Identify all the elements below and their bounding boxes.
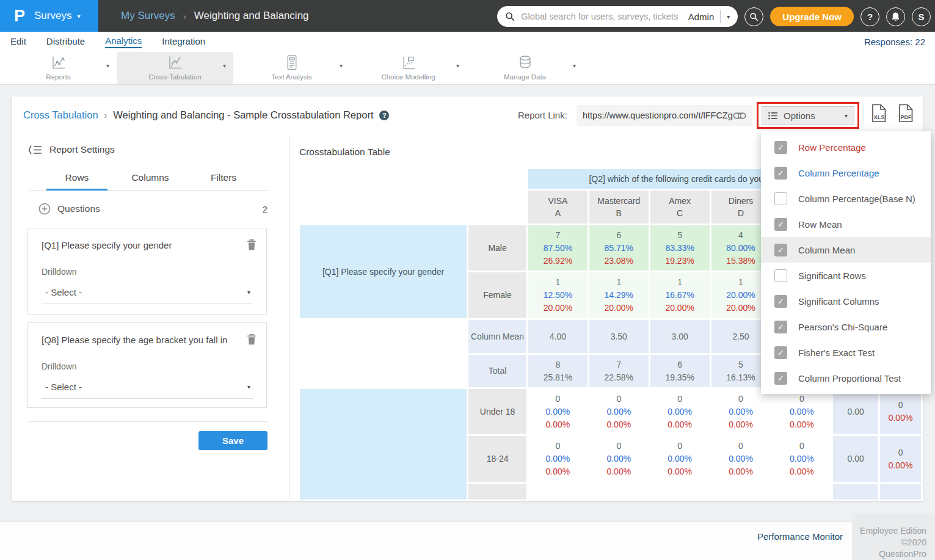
checked-checkbox-icon[interactable]: ✓ xyxy=(774,167,787,180)
question-card: [Q1] Please specify your genderDrilldown… xyxy=(27,228,267,315)
menu-item-row-mean[interactable]: ✓Row Mean xyxy=(761,211,931,237)
report-link-label: Report Link: xyxy=(518,110,567,120)
row-label-cell xyxy=(468,484,526,500)
breadcrumb-my-surveys[interactable]: My Surveys xyxy=(121,10,175,22)
menu-item-pearson-s-chi-square[interactable]: ✓Pearson's Chi-Square xyxy=(761,314,931,340)
value-cell: 685.71%23.08% xyxy=(589,225,649,271)
table-value: 19.35% xyxy=(650,371,710,384)
value-cell: 112.50%20.00% xyxy=(528,272,588,318)
table-value: 0 xyxy=(772,440,831,453)
report-settings-toggle[interactable]: Report Settings xyxy=(28,144,115,155)
toolbar-item-reports[interactable]: ▾Reports xyxy=(0,52,117,84)
menu-item-row-percentage[interactable]: ✓Row Percentage xyxy=(761,134,931,160)
table-value: 0.00% xyxy=(528,453,588,465)
menu-item-column-percentage-base-n[interactable]: Column Percentage(Base N) xyxy=(761,186,931,211)
value-cell: 00.00%0.00% xyxy=(711,436,771,482)
drilldown-select[interactable]: - Select -▾ xyxy=(42,287,253,304)
checked-checkbox-icon[interactable]: ✓ xyxy=(774,295,787,308)
toolbar-caret-icon[interactable]: ▾ xyxy=(573,62,576,69)
add-questions-button[interactable] xyxy=(38,203,51,215)
checked-checkbox-icon[interactable]: ✓ xyxy=(774,141,787,154)
value-cell: 00.00%0.00% xyxy=(772,436,831,482)
export-xls-button[interactable]: XLS xyxy=(871,104,887,125)
table-value: 7 xyxy=(528,229,588,242)
table-value: 0.00 xyxy=(833,453,878,465)
menu-item-column-proportional-test[interactable]: ✓Column Proportional Test xyxy=(761,365,931,391)
global-search-input[interactable]: Global search for users, surveys, ticket… xyxy=(497,6,738,27)
row-label-cell: Under 18 xyxy=(468,389,526,434)
report-link-input[interactable]: https://www.questionpro.com/t/lFFCZg xyxy=(577,105,752,126)
table-value: 19.23% xyxy=(650,255,710,267)
value-cell xyxy=(528,484,588,500)
cross-tabulation-link[interactable]: Cross Tabulation xyxy=(23,109,98,121)
user-avatar[interactable]: S xyxy=(912,7,931,26)
checked-checkbox-icon[interactable]: ✓ xyxy=(774,244,787,256)
table-value: 0.00% xyxy=(528,465,588,478)
question-card: [Q8] Please specify the age bracket you … xyxy=(27,322,267,408)
questions-label: Questions xyxy=(57,203,100,214)
menu-item-fisher-s-exact-test[interactable]: ✓Fisher's Exact Test xyxy=(761,340,931,365)
toolbar-caret-icon[interactable]: ▾ xyxy=(456,62,459,69)
tab-filters[interactable]: Filters xyxy=(187,172,260,183)
menu-item-significant-columns[interactable]: ✓Significant Columns xyxy=(761,288,931,314)
trash-icon[interactable] xyxy=(247,333,256,347)
unchecked-checkbox-icon[interactable] xyxy=(774,192,787,205)
edition-label: Employee Edition xyxy=(852,525,926,537)
toolbar-item-label: Text Analysis xyxy=(233,73,350,81)
checked-checkbox-icon[interactable]: ✓ xyxy=(774,346,787,359)
toolbar-caret-icon[interactable]: ▾ xyxy=(223,62,226,69)
trash-icon[interactable] xyxy=(247,239,256,253)
nav-item-edit[interactable]: Edit xyxy=(10,36,26,48)
help-button[interactable]: ? xyxy=(860,7,879,26)
performance-monitor-link[interactable]: Performance Monitor xyxy=(757,531,843,542)
table-value: 20.00% xyxy=(528,302,588,315)
value-cell: 00.00%0.00% xyxy=(528,436,588,482)
search-submit-button[interactable] xyxy=(744,7,763,26)
value-cell: 722.58% xyxy=(589,355,649,387)
toolbar-item-manage-data[interactable]: ▾Manage Data xyxy=(467,52,583,84)
toolbar-caret-icon[interactable]: ▾ xyxy=(340,62,343,69)
table-value: 0.00% xyxy=(650,453,710,465)
toolbar-item-choice-modelling[interactable]: ▾Choice Modelling xyxy=(350,52,467,84)
save-button[interactable]: Save xyxy=(198,431,267,450)
menu-item-significant-rows[interactable]: Significant Rows xyxy=(761,263,931,288)
value-cell xyxy=(589,484,649,500)
checked-checkbox-icon[interactable]: ✓ xyxy=(774,321,787,333)
notifications-button[interactable] xyxy=(886,7,905,26)
chevron-down-icon: ▾ xyxy=(247,289,250,296)
survey-nav: EditDistributeAnalyticsIntegration Respo… xyxy=(0,32,935,52)
tab-rows[interactable]: Rows xyxy=(40,172,114,183)
surveys-product-menu[interactable]: P Surveys ▾ xyxy=(0,0,98,32)
report-help-icon[interactable]: ? xyxy=(379,111,389,120)
checked-checkbox-icon[interactable]: ✓ xyxy=(774,372,787,385)
menu-item-label: Column Percentage xyxy=(798,168,879,178)
export-pdf-button[interactable]: PDF xyxy=(898,104,914,125)
nav-item-distribute[interactable]: Distribute xyxy=(46,36,85,48)
menu-item-column-percentage[interactable]: ✓Column Percentage xyxy=(761,160,931,186)
copyright-label: ©2020 QuestionPro xyxy=(852,537,926,560)
toolbar-item-cross-tabulation[interactable]: ▾Cross-Tabulation xyxy=(117,52,233,84)
link-icon[interactable] xyxy=(733,111,746,120)
report-link-url: https://www.questionpro.com/t/lFFCZg xyxy=(583,111,733,120)
options-dropdown-menu: ✓Row Percentage✓Column PercentageColumn … xyxy=(761,131,931,394)
choice-modelling-icon xyxy=(400,54,417,73)
toolbar-item-text-analysis[interactable]: ▾Text Analysis xyxy=(233,52,350,84)
upgrade-now-button[interactable]: Upgrade Now xyxy=(770,7,854,26)
unchecked-checkbox-icon[interactable] xyxy=(774,269,787,282)
search-scope-caret-icon[interactable]: ▾ xyxy=(727,13,730,20)
nav-item-integration[interactable]: Integration xyxy=(162,36,205,48)
search-scope-value[interactable]: Admin xyxy=(688,12,715,22)
table-value: 23.08% xyxy=(589,255,649,267)
drilldown-select[interactable]: - Select -▾ xyxy=(42,382,253,399)
options-button[interactable]: Options ▾ xyxy=(762,106,854,125)
table-value: 87.50% xyxy=(528,242,588,255)
nav-item-analytics[interactable]: Analytics xyxy=(105,35,142,48)
menu-item-column-mean[interactable]: ✓Column Mean xyxy=(761,237,931,263)
toolbar-caret-icon[interactable]: ▾ xyxy=(106,62,109,69)
checked-checkbox-icon[interactable]: ✓ xyxy=(774,218,787,231)
tab-columns[interactable]: Columns xyxy=(114,172,187,183)
table-value: 1 xyxy=(650,276,710,289)
value-cell: 787.50%26.92% xyxy=(528,225,588,271)
table-value: 26.92% xyxy=(528,255,588,267)
value-cell: 114.29%20.00% xyxy=(589,272,649,318)
